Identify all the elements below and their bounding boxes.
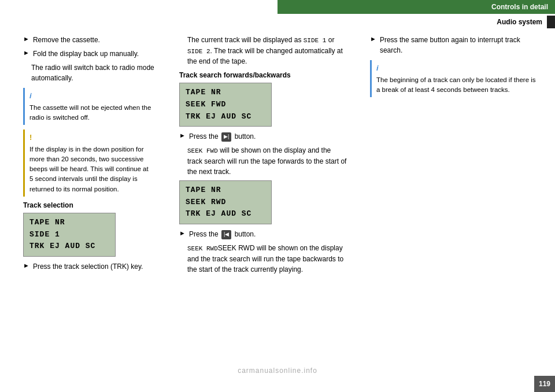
info-icon-2: i bbox=[376, 62, 539, 74]
info-box-track-begin: i The beginning of a track can only be l… bbox=[370, 60, 543, 97]
warn-icon-1: ! bbox=[29, 132, 151, 143]
lcd-rwd-line3: TRK EJ AUD SC bbox=[186, 208, 265, 220]
bullet-rwd-press: ► Press the |◀ button. bbox=[179, 229, 347, 239]
info-text-2: The beginning of a track can only be loc… bbox=[376, 76, 536, 93]
warn-text-1: If the display is in the down position f… bbox=[29, 146, 149, 193]
controls-in-detail-label: Controls in detail bbox=[278, 0, 555, 14]
track-search-heading: Track search forwards/backwards bbox=[179, 71, 347, 79]
controls-heading-text: Controls in detail bbox=[491, 3, 548, 11]
info-text-1: The cassette will not be ejected when th… bbox=[29, 104, 151, 121]
bullet-arrow-rwd: ► bbox=[179, 230, 186, 236]
lcd-fwd-line1: TAPE NR bbox=[186, 87, 265, 99]
lcd-rwd-line2: SEEK RWD bbox=[186, 197, 265, 209]
bullet-arrow-fwd: ► bbox=[179, 132, 186, 139]
track-selection-heading: Track selection bbox=[23, 201, 156, 209]
bullet-text-right: Press the same button again to interrupt… bbox=[380, 35, 543, 56]
lcd-display-rwd: TAPE NR SEEK RWD TRK EJ AUD SC bbox=[179, 180, 272, 224]
audio-system-block bbox=[547, 16, 555, 28]
bullet-remove-cassette: ► Remove the cassette. bbox=[23, 35, 156, 45]
bullet-text-3: Press the track selection (TRK) key. bbox=[33, 261, 143, 272]
bullet-arrow-1: ► bbox=[23, 35, 29, 42]
header-bar: Controls in detail Audio system bbox=[278, 0, 555, 30]
right-column: ► Press the same button again to interru… bbox=[358, 35, 555, 375]
page-number-box: 119 bbox=[534, 376, 555, 392]
lcd-display-side: TAPE NR SIDE 1 TRK EJ AUD SC bbox=[23, 213, 116, 257]
current-track-text: The current track will be displayed as S… bbox=[187, 35, 347, 66]
bullet-press-again: ► Press the same button again to interru… bbox=[370, 35, 543, 56]
lcd-fwd-line3: TRK EJ AUD SC bbox=[186, 111, 265, 123]
main-content: ► Remove the cassette. ► Fold the displa… bbox=[0, 35, 555, 375]
warn-box-display: ! If the display is in the down position… bbox=[23, 130, 156, 197]
current-track-desc-prefix: The current track will be displayed as bbox=[187, 36, 304, 44]
indent-radio-text: The radio will switch back to radio mode… bbox=[31, 62, 156, 83]
bullet-fold-display: ► Fold the display back up manually. bbox=[23, 49, 156, 59]
page-number: 119 bbox=[539, 380, 550, 388]
side1-code: SIDE 1 bbox=[304, 37, 327, 44]
current-track-desc-suffix: . The track will be changed automaticall… bbox=[187, 47, 343, 66]
seek-rwd-desc: SEEK RWDSEEK RWD will be shown on the di… bbox=[187, 243, 347, 275]
lcd-line-1c: TRK EJ AUD SC bbox=[29, 241, 109, 253]
lcd-rwd-line1: TAPE NR bbox=[186, 184, 265, 197]
rwd-button-icon: |◀ bbox=[221, 230, 231, 239]
bullet-text-2: Fold the display back up manually. bbox=[33, 49, 139, 59]
seek-fwd-code: SEEK FWD bbox=[187, 147, 218, 154]
current-track-desc-mid: or bbox=[326, 36, 334, 44]
bullet-arrow-2: ► bbox=[23, 49, 29, 56]
left-column: ► Remove the cassette. ► Fold the displa… bbox=[0, 35, 168, 375]
bullet-text-rwd: Press the |◀ button. bbox=[189, 229, 256, 239]
watermark: carmanualsonline.info bbox=[238, 367, 317, 375]
mid-column: The current track will be displayed as S… bbox=[168, 35, 358, 375]
fwd-button-icon: ▶| bbox=[221, 132, 231, 142]
seek-fwd-desc: SEEK FWD will be shown on the display an… bbox=[187, 145, 347, 177]
bullet-text-fwd: Press the ▶| button. bbox=[189, 131, 256, 142]
lcd-fwd-line2: SEEK FWD bbox=[186, 99, 265, 111]
bullet-arrow-right: ► bbox=[370, 35, 376, 42]
audio-system-text: Audio system bbox=[497, 18, 547, 26]
side2-code: SIDE 2 bbox=[187, 48, 210, 55]
lcd-line-1a: TAPE NR bbox=[29, 217, 109, 229]
bullet-text-1: Remove the cassette. bbox=[33, 35, 100, 45]
lcd-line-1b: SIDE 1 bbox=[29, 229, 109, 241]
bullet-arrow-3: ► bbox=[23, 262, 29, 269]
seek-rwd-code: SEEK RWD bbox=[187, 245, 218, 252]
bullet-fwd-press: ► Press the ▶| button. bbox=[179, 131, 347, 142]
bullet-track-select: ► Press the track selection (TRK) key. bbox=[23, 261, 156, 272]
info-icon-1: i bbox=[29, 90, 151, 102]
audio-system-bar: Audio system bbox=[278, 14, 555, 30]
lcd-display-fwd: TAPE NR SEEK FWD TRK EJ AUD SC bbox=[179, 83, 272, 127]
info-box-cassette: i The cassette will not be ejected when … bbox=[23, 88, 156, 125]
